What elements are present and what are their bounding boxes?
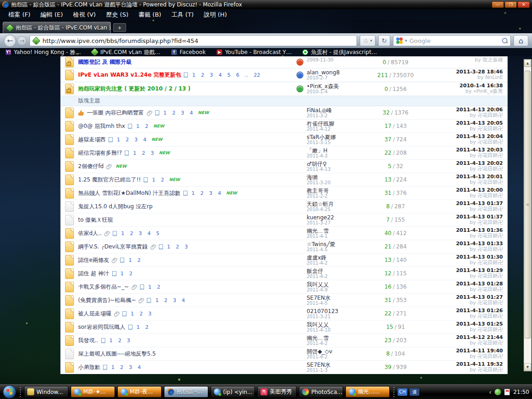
thread-title-link[interactable]: 一張圖 內容已夠哂豐富 [87, 109, 144, 117]
task-button[interactable]: 秀美图秀秀 [257, 386, 296, 398]
author-link[interactable]: FiNaL◎峰 [307, 107, 332, 114]
home-button[interactable]: ⌂ [514, 35, 528, 46]
lastpost-user-link[interactable]: 卍花田錯卍 [478, 166, 503, 172]
lastpost-user-link[interactable]: 卍花田錯卍 [478, 179, 503, 185]
author-link[interactable]: 021070123 [307, 308, 339, 314]
page-link[interactable]: 4 [218, 72, 222, 78]
page-link[interactable]: 1 [137, 324, 140, 330]
page-link[interactable]: 2 [126, 137, 129, 143]
page-link[interactable]: 1 [121, 271, 124, 277]
tray-app-icon[interactable] [504, 389, 510, 395]
lastpost-user-link[interactable]: 卍花田錯卍 [478, 126, 503, 132]
bookmark-item[interactable]: ▶YouTube - Broadcast Y… [217, 49, 291, 55]
page-link[interactable]: 4 [143, 137, 146, 143]
page-link[interactable]: 1 [111, 364, 115, 370]
thread-title-link[interactable]: 我發現.. [78, 337, 98, 345]
page-link[interactable]: 3 [151, 150, 154, 156]
author-link[interactable]: •PinK_x森美 [307, 83, 339, 90]
thread-title-link[interactable]: 鬼捉人15.0 d人開bug 沒左rp [78, 203, 152, 211]
lastpost-user-link[interactable]: 卍花田錯卍 [478, 286, 503, 292]
menu-item[interactable]: 編輯 (E) [36, 10, 68, 20]
page-link[interactable]: 4 [190, 110, 193, 116]
lastpost-user-link[interactable]: 卍花田錯卍 [478, 300, 503, 306]
page-link[interactable]: 2 [172, 110, 175, 116]
lastpost-user-link[interactable]: 卍花田錯卍 [478, 139, 503, 145]
author-link[interactable]: 教主哥哥 [307, 187, 329, 194]
author-link[interactable]: sTaR小夏娜 [307, 134, 336, 140]
author-link[interactable]: 「嫩」H [307, 147, 327, 154]
task-button[interactable]: Window... [24, 386, 68, 398]
author-link[interactable]: 我叫乂乂 [307, 281, 329, 288]
page-link[interactable]: 1 [155, 297, 158, 303]
page-link[interactable]: 2 [176, 244, 179, 250]
tray-expand-icon[interactable]: ‹ [489, 388, 492, 396]
lastpost-user-link[interactable]: 卍花田錯卍 [478, 273, 503, 279]
tab-active[interactable]: 抱怨區 - 綜合版區 - IPvE.COM vLan 遊戲… [3, 22, 111, 33]
page-link[interactable]: 3 [134, 137, 138, 143]
thread-title-link[interactable]: to 傲氣Ｘ狂龍 [78, 216, 113, 224]
task-button[interactable]: PhotoSca... [299, 386, 343, 398]
page-link[interactable]: 3 [181, 110, 184, 116]
page-link[interactable]: 1 [167, 244, 170, 250]
page-link[interactable]: 3 [210, 72, 213, 78]
thread-title-link[interactable]: (免費賣廣告)~松島楓~ [78, 296, 136, 304]
task-button[interactable]: 幽光...... [345, 386, 390, 398]
menu-item[interactable]: 書籤 (B) [134, 10, 166, 20]
lastpost-user-link[interactable]: 卍花田錯卍 [478, 233, 503, 239]
vertical-scrollbar[interactable]: ▲ ≡ ▼ [524, 59, 532, 371]
page-link[interactable]: 6 [236, 72, 239, 78]
language-indicator[interactable]: CH [398, 388, 407, 396]
page-link[interactable]: 2 [120, 364, 123, 370]
page-link[interactable]: 1 [192, 72, 195, 78]
page-link[interactable]: 22 [254, 72, 260, 78]
author-link[interactable]: alan_wong8 [307, 69, 340, 76]
forward-button[interactable]: → [17, 36, 27, 46]
page-link[interactable]: 1 [128, 257, 132, 263]
close-button[interactable]: ✕ [518, 1, 530, 8]
start-button[interactable] [3, 385, 16, 399]
lastpost-user-link[interactable]: 卍花田錯卍 [478, 353, 503, 359]
reload-button[interactable]: ↻ [378, 35, 390, 46]
lastpost-user-link[interactable]: 卍花田錯卍 [478, 340, 503, 346]
author-link[interactable]: 飯盒仔 [307, 268, 323, 274]
lastpost-user-link[interactable]: 卍花田錯卍 [478, 193, 503, 199]
menu-item[interactable]: 說明 (H) [199, 10, 231, 20]
page-link[interactable]: 2 [157, 284, 160, 290]
new-tab-button[interactable]: ＋ [113, 23, 126, 32]
lastpost-user-link[interactable]: 卍花田錯卍 [478, 219, 503, 225]
author-link[interactable]: ☆Twins╱愛 [307, 241, 335, 248]
page-link[interactable]: 2 [145, 123, 148, 129]
maximize-button[interactable]: ❐ [505, 1, 517, 8]
page-link[interactable]: 1 [192, 190, 195, 196]
thread-title-link[interactable]: 卡戰又多個冇品~_~ [78, 283, 129, 291]
thread-title-link[interactable]: 抱怨玩家前先注意 ( 更新於 2010 / 2 / 13 ) [78, 85, 191, 93]
thread-title-link[interactable]: 認住 超 神汁 [78, 270, 109, 278]
page-link[interactable]: 2 [139, 311, 143, 317]
page-link[interactable]: 3 [209, 190, 212, 196]
bookmark-item[interactable]: Y!Yahoo! Hong Kong - 雅… [6, 48, 81, 56]
page-link[interactable]: .. [245, 72, 248, 78]
task-button[interactable]: 抱怨區 -... [164, 386, 208, 398]
page-link[interactable]: 2 [161, 177, 164, 183]
author-link[interactable]: 盧盧x鋒 [307, 254, 326, 261]
thread-title-link[interactable]: 無品賤人 雪割花(★DallMoN) 汁王吾認數 [78, 189, 181, 197]
author-link[interactable]: 幽光﹏雪 [307, 335, 329, 341]
page-link[interactable]: 3 [173, 297, 176, 303]
scrollbar-thumb[interactable]: ≡ [525, 71, 531, 339]
page-link[interactable]: 1 [136, 123, 139, 129]
page-link[interactable]: 4 [181, 297, 185, 303]
thread-title-link[interactable]: 絕信完場有多難!? [78, 149, 122, 157]
scroll-down-button[interactable]: ▼ [524, 363, 531, 371]
page-link[interactable]: 1 [117, 137, 120, 143]
menu-item[interactable]: 歷史 (S) [101, 10, 133, 20]
ime-indicator[interactable]: 速 [410, 388, 419, 396]
author-link[interactable]: SE7EN水 [307, 362, 330, 368]
author-link[interactable]: 海獺 [307, 174, 318, 181]
author-link[interactable]: kuenge22 [307, 214, 334, 221]
page-link[interactable]: 1 [148, 284, 151, 290]
url-bar[interactable]: http://www.ipve.com/bbs/forumdisplay.php… [30, 35, 357, 46]
page-link[interactable]: 4 [147, 230, 151, 236]
page-link[interactable]: 2 [130, 230, 133, 236]
thread-title-link[interactable]: 屎上最呃人既圖----絕地反擊5.5 [78, 350, 156, 358]
author-link[interactable]: SE7EN水 [307, 295, 330, 301]
